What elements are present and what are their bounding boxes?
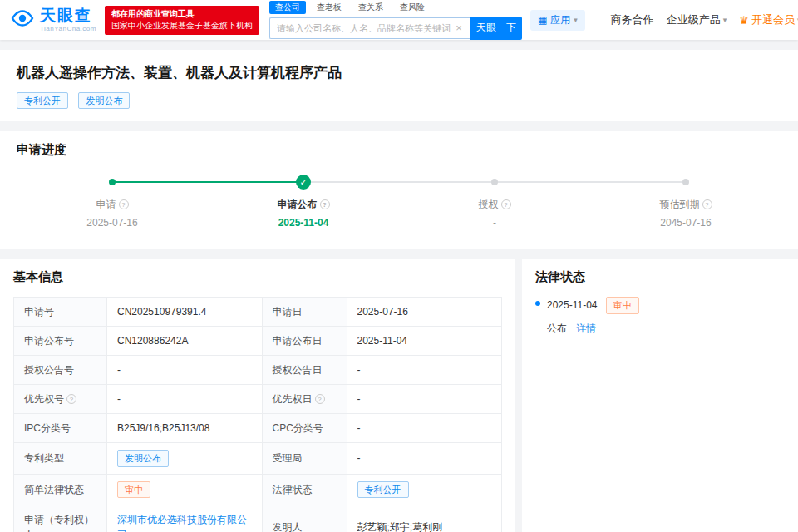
field-value: 2025-11-04 [347,327,502,356]
step-date: 2025-07-16 [17,217,208,229]
table-row: 专利类型 发明公布 受理局 - [14,443,502,474]
step-date: 2025-11-04 [208,217,399,229]
tab-relation[interactable]: 查关系 [352,1,389,14]
chevron-down-icon: ▾ [723,16,727,24]
logo-text-en: TianYanCha.com [40,26,96,32]
apps-button[interactable]: ▦ 应用 ▾ [530,10,585,31]
table-row: IPC分类号 B25J9/16;B25J13/08 CPC分类号 - [14,414,502,443]
field-value: - [107,385,263,414]
legal-status-card: 法律状态 2025-11-04 审中 公布 详情 [522,259,798,532]
search-tabs: 查公司 查老板 查关系 查风险 [269,1,522,14]
field-label: 受理局 [262,443,347,474]
field-value: - [347,414,502,443]
help-icon[interactable]: ? [315,394,325,404]
nav-enterprise[interactable]: 企业级产品 ▾ [667,12,727,27]
help-icon[interactable]: ? [501,200,511,209]
field-value: 彭艺颖;郑宇;葛利刚 [347,505,502,532]
promo-line2: 国家中小企业发展基金子基金旗下机构 [111,20,253,32]
promo-line1: 都在用的商业查询工具 [111,8,253,21]
progress-step-expiry: 预估到期? 2045-07-16 [590,175,781,229]
field-label: 申请公布号 [14,327,107,356]
field-value: CN120886242A [107,327,263,356]
field-label: IPC分类号 [14,414,107,443]
field-value: - [347,443,502,474]
progress-step-publication: ✓ 申请公布? 2025-11-04 [208,175,399,229]
help-icon[interactable]: ? [66,394,76,404]
field-label: 简单法律状态 [14,474,107,505]
field-label: 法律状态 [262,474,347,505]
field-value: 发明公布 [107,443,263,474]
field-label: 优先权日? [262,385,347,414]
top-bar: 天眼查 TianYanCha.com 都在用的商业查询工具 国家中小企业发展基金… [0,0,798,40]
field-label: 申请公布日 [262,327,347,356]
field-value: - [107,356,263,385]
search-box: × [269,17,470,39]
grid-icon: ▦ [538,14,547,26]
field-label: 申请日 [262,298,347,327]
field-value: - [347,385,502,414]
legal-status-date: 2025-11-04 [547,299,598,311]
help-icon[interactable]: ? [320,200,330,209]
table-row: 申请（专利权）人 深圳市优必选科技股份有限公司 发明人 彭艺颖;郑宇;葛利刚 [14,505,502,532]
help-icon[interactable]: ? [702,200,712,209]
tab-company[interactable]: 查公司 [269,1,306,14]
patent-tag-public: 专利公开 [17,92,68,109]
step-date: - [399,217,590,229]
eye-logo-icon [10,6,35,34]
legal-status-action: 公布 [547,323,567,334]
step-dot-done [109,179,116,185]
field-value: 2025-07-16 [347,298,502,327]
table-row: 申请公布号 CN120886242A 申请公布日 2025-11-04 [14,327,502,356]
field-label: CPC分类号 [262,414,347,443]
applicant-link[interactable]: 深圳市优必选科技股份有限公司 [117,514,247,532]
progress-step-apply: 申请? 2025-07-16 [17,175,208,229]
patent-title-card: 机器人遥操作方法、装置、机器人及计算机程序产品 专利公开 发明公布 [0,50,798,121]
logo-text-cn: 天眼查 [40,7,96,23]
table-row: 授权公告号 - 授权公告日 - [14,356,502,385]
field-value: B25J9/16;B25J13/08 [107,414,263,443]
timeline-dot-icon [535,301,540,306]
application-progress-card: 申请进度 申请? 2025-07-16 ✓ 申请公布? 2025-11-04 授… [0,131,798,249]
crown-icon: ♛ [739,14,749,27]
patent-type-tag: 发明公布 [117,450,169,466]
help-icon[interactable]: ? [119,200,129,209]
step-dot-pending [491,179,498,185]
page-title: 机器人遥操作方法、装置、机器人及计算机程序产品 [17,63,781,82]
progress-step-grant: 授权? - [399,175,590,229]
details-link[interactable]: 详情 [576,323,596,334]
patent-tag-type: 发明公布 [78,92,130,109]
progress-timeline: 申请? 2025-07-16 ✓ 申请公布? 2025-11-04 授权? - … [17,175,781,234]
field-value: 深圳市优必选科技股份有限公司 [107,505,263,532]
step-dot-pending [682,179,689,185]
nav-cooperation[interactable]: 商务合作 [611,12,654,27]
field-value: 审中 [107,474,263,505]
step-check-icon: ✓ [296,175,311,190]
divider [598,13,598,27]
top-nav: ▦ 应用 ▾ 商务合作 企业级产品 ▾ ♛ 开通会员 ▾ 超级风... ▾ [530,10,798,31]
field-label: 申请号 [14,298,107,327]
tianyancha-logo[interactable]: 天眼查 TianYanCha.com [10,6,96,34]
search-button[interactable]: 天眼一下 [470,17,522,40]
field-label: 发明人 [262,505,347,532]
field-label: 优先权号? [14,385,107,414]
promo-badge: 都在用的商业查询工具 国家中小企业发展基金子基金旗下机构 [105,6,259,35]
tab-boss[interactable]: 查老板 [311,1,347,14]
status-badge: 审中 [606,297,639,313]
search-area: 查公司 查老板 查关系 查风险 × 天眼一下 [269,1,522,40]
search-input[interactable] [277,23,454,33]
tab-risk[interactable]: 查风险 [394,1,431,14]
basic-info-card: 基本信息 申请号 CN202510979391.4 申请日 2025-07-16… [0,259,515,532]
nav-vip[interactable]: ♛ 开通会员 ▾ [739,12,798,27]
status-badge: 审中 [117,481,150,498]
field-value: 专利公开 [347,474,502,505]
progress-heading: 申请进度 [17,142,781,158]
chevron-down-icon: ▾ [574,16,578,24]
table-row: 简单法律状态 审中 法律状态 专利公开 [14,474,502,505]
legal-status-tag: 专利公开 [357,481,409,498]
legal-status-heading: 法律状态 [535,269,785,285]
table-row: 申请号 CN202510979391.4 申请日 2025-07-16 [14,298,502,327]
basic-info-table: 申请号 CN202510979391.4 申请日 2025-07-16 申请公布… [13,297,502,532]
table-row: 优先权号? - 优先权日? - [14,385,502,414]
clear-icon[interactable]: × [454,22,464,34]
basic-info-heading: 基本信息 [13,269,502,285]
